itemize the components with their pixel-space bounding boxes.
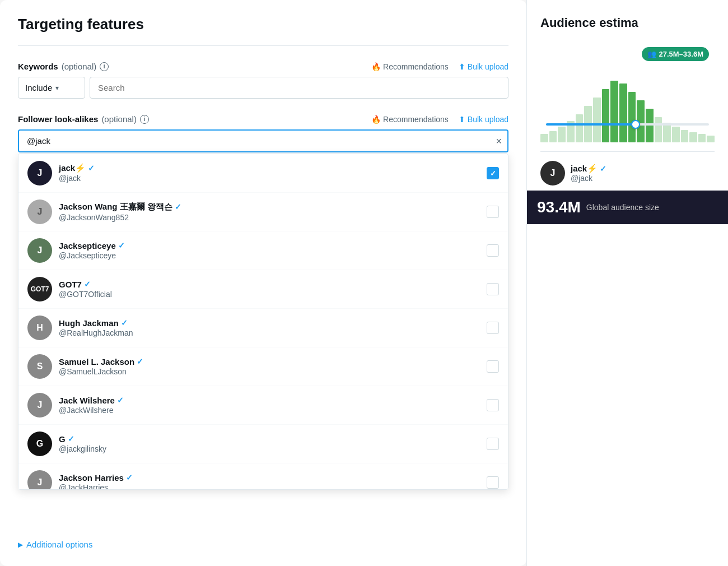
user-username: @JackWilshere: [59, 406, 113, 415]
avatar: H: [27, 316, 52, 340]
chart-bar: [540, 134, 548, 142]
user-checkbox[interactable]: [487, 360, 499, 373]
profile-avatar: J: [540, 161, 565, 185]
chart-bar: [689, 132, 697, 142]
verified-badge: ✓: [126, 473, 133, 482]
verified-badge: ✓: [118, 241, 125, 250]
user-info: GOT7✓@GOT7Official: [59, 280, 480, 299]
user-checkbox[interactable]: [487, 167, 499, 179]
verified-badge: ✓: [88, 164, 95, 173]
user-display-name: Jack Wilshere: [59, 396, 115, 405]
global-audience-number: 93.4M: [537, 198, 581, 216]
user-checkbox[interactable]: [487, 283, 499, 295]
list-item[interactable]: SSamuel L. Jackson✓@SamuelLJackson: [18, 347, 508, 386]
verified-badge: ✓: [175, 202, 181, 211]
user-checkbox[interactable]: [487, 322, 499, 334]
follower-recommendations-link[interactable]: 🔥 Recommendations: [371, 115, 449, 124]
audience-slider-thumb[interactable]: [631, 120, 640, 129]
include-dropdown[interactable]: Include ▾: [18, 77, 85, 99]
user-checkbox[interactable]: [487, 476, 499, 489]
verified-badge: ✓: [121, 318, 128, 327]
list-item[interactable]: JJacksepticeye✓@Jacksepticeye: [18, 231, 508, 270]
profile-display-name: jack⚡ ✓: [571, 164, 606, 174]
chart-bar: [549, 131, 557, 142]
list-item[interactable]: Jjack⚡✓@jack: [18, 154, 508, 193]
follower-lookalikes-actions: 🔥 Recommendations ⬆ Bulk upload: [371, 115, 508, 124]
verified-badge: ✓: [600, 164, 606, 173]
chevron-down-icon: ▾: [55, 84, 59, 92]
list-item[interactable]: JJackson Harries✓@JackHarries: [18, 463, 508, 490]
keywords-bulk-upload-link[interactable]: ⬆ Bulk upload: [459, 62, 508, 71]
avatar: J: [27, 200, 52, 224]
profile-header: J jack⚡ ✓ @jack: [540, 161, 715, 185]
user-info: G✓@jackgilinsky: [59, 434, 480, 454]
chart-bar: [707, 136, 715, 142]
right-panel: Audience estima 👥 27.5M–33.6M RECOMMEN 9…: [526, 0, 728, 566]
user-username: @SamuelLJackson: [59, 367, 127, 376]
additional-options-link[interactable]: ▶ Additional options: [18, 540, 92, 549]
profile-username: @jack: [571, 174, 606, 183]
list-item[interactable]: HHugh Jackman✓@RealHughJackman: [18, 309, 508, 347]
user-username: @jackgilinsky: [59, 444, 106, 453]
right-panel-title: Audience estima: [540, 16, 715, 30]
avatar: S: [27, 354, 52, 379]
chart-bar: [628, 92, 636, 142]
chart-bar: [655, 117, 662, 142]
audience-range-bubble: 👥 27.5M–33.6M: [642, 47, 710, 61]
list-item[interactable]: GOT7GOT7✓@GOT7Official: [18, 270, 508, 309]
list-item[interactable]: JJackson Wang 王嘉爾 왕잭슨✓@JacksonWang852: [18, 193, 508, 231]
chart-bar: [602, 89, 610, 142]
follower-search-input[interactable]: [18, 129, 508, 152]
verified-badge: ✓: [84, 280, 91, 289]
global-audience-tooltip: 93.4M Global audience size: [527, 191, 728, 224]
keywords-label: Keywords (optional) i: [18, 62, 109, 71]
user-display-name: Jacksepticeye: [59, 241, 116, 250]
keywords-info-icon[interactable]: i: [100, 62, 109, 71]
follower-lookalikes-info-icon[interactable]: i: [140, 115, 149, 124]
avatar: J: [27, 393, 52, 417]
user-display-name: Samuel L. Jackson: [59, 357, 134, 366]
user-checkbox[interactable]: [487, 399, 499, 411]
keywords-input-row: Include ▾: [18, 77, 508, 99]
list-item[interactable]: JJack Wilshere✓@JackWilshere: [18, 386, 508, 425]
keywords-search-input[interactable]: [90, 77, 508, 99]
follower-lookalikes-section-header: Follower look-alikes (optional) i 🔥 Reco…: [18, 114, 508, 124]
user-display-name: G: [59, 434, 66, 444]
user-info: Jackson Harries✓@JackHarries: [59, 473, 480, 490]
user-checkbox[interactable]: [487, 244, 499, 257]
chart-bar: [558, 127, 566, 142]
user-display-name: Jackson Wang 王嘉爾 왕잭슨: [59, 202, 172, 212]
user-info: Samuel L. Jackson✓@SamuelLJackson: [59, 357, 480, 377]
clear-search-button[interactable]: ×: [496, 136, 502, 146]
follower-bulk-upload-link[interactable]: ⬆ Bulk upload: [459, 115, 508, 124]
chart-bar: [593, 98, 601, 142]
audience-chart-area: 👥 27.5M–33.6M RECOMMEN: [540, 41, 715, 142]
follower-search-wrapper: × Jjack⚡✓@jackJJackson Wang 王嘉爾 왕잭슨✓@Jac…: [18, 129, 508, 152]
keywords-recommendations-link[interactable]: 🔥 Recommendations: [371, 62, 449, 71]
profile-names: jack⚡ ✓ @jack: [571, 164, 606, 183]
user-username: @JackHarries: [59, 483, 108, 490]
chart-bar: [610, 81, 618, 142]
list-item[interactable]: GG✓@jackgilinsky: [18, 425, 508, 463]
verified-badge: ✓: [68, 434, 74, 443]
user-username: @JacksonWang852: [59, 213, 129, 222]
avatar: J: [27, 161, 52, 185]
user-checkbox[interactable]: [487, 438, 499, 450]
user-checkbox[interactable]: [487, 206, 499, 218]
upload-icon: ⬆: [459, 62, 465, 71]
keywords-actions: 🔥 Recommendations ⬆ Bulk upload: [371, 62, 508, 71]
user-info: jack⚡✓@jack: [59, 163, 480, 183]
chart-bar: [619, 83, 627, 142]
verified-badge: ✓: [117, 396, 124, 405]
chevron-right-icon: ▶: [18, 541, 23, 549]
page-title: Targeting features: [18, 16, 508, 33]
chart-bar: [663, 123, 671, 142]
keywords-section-header: Keywords (optional) i 🔥 Recommendations …: [18, 62, 508, 71]
audience-icon: 👥: [647, 50, 656, 58]
audience-slider-track: [546, 123, 709, 126]
user-username: @RealHughJackman: [59, 328, 133, 337]
user-display-name: GOT7: [59, 280, 82, 289]
user-display-name: jack⚡: [59, 163, 86, 173]
user-info: Jack Wilshere✓@JackWilshere: [59, 396, 480, 415]
user-display-name: Jackson Harries: [59, 473, 124, 483]
